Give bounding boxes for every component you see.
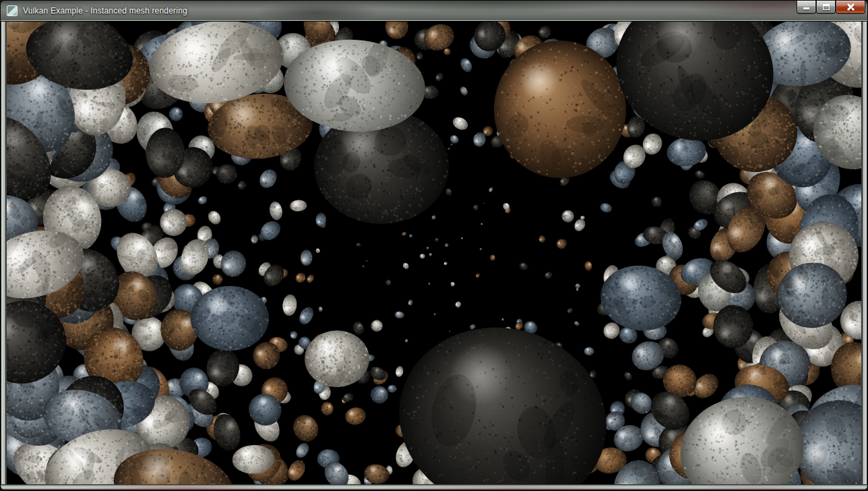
window-border-bottom[interactable] bbox=[1, 484, 867, 490]
window-border-left[interactable] bbox=[1, 22, 7, 484]
minimize-icon bbox=[803, 7, 809, 9]
app-icon bbox=[7, 5, 18, 16]
vulkan-example-window: Vulkan Example - Instanced mesh renderin… bbox=[0, 0, 868, 491]
render-viewport[interactable] bbox=[7, 22, 863, 486]
titlebar[interactable]: Vulkan Example - Instanced mesh renderin… bbox=[1, 1, 867, 21]
window-title: Vulkan Example - Instanced mesh renderin… bbox=[23, 6, 187, 16]
maximize-icon bbox=[823, 4, 830, 10]
minimize-button[interactable] bbox=[797, 1, 816, 13]
window-border-right[interactable] bbox=[861, 22, 867, 484]
maximize-button[interactable] bbox=[816, 1, 836, 13]
close-button[interactable] bbox=[836, 1, 865, 13]
close-icon bbox=[846, 3, 855, 11]
